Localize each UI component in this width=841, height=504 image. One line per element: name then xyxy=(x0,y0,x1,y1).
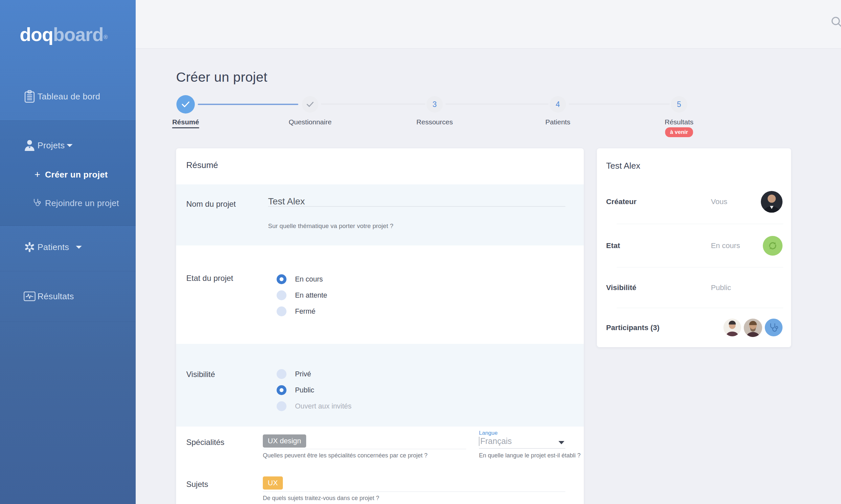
top-bar: Éric S. xyxy=(136,0,841,49)
radio-icon xyxy=(277,369,287,379)
radio-option-en-cours[interactable]: En cours xyxy=(268,274,327,284)
check-icon xyxy=(181,101,190,108)
subject-tag[interactable]: UX xyxy=(263,476,283,489)
app-logo[interactable]: doqboard® xyxy=(20,24,107,45)
step-label-ressources[interactable]: Ressources xyxy=(416,118,453,126)
sidebar: doqboard® Tableau de bord Projets + Crée… xyxy=(0,0,136,504)
summary-row-label: Visibilité xyxy=(606,284,711,292)
radio-label: Privé xyxy=(295,370,311,378)
text-cursor xyxy=(479,437,479,446)
search-icon[interactable] xyxy=(830,15,841,31)
logo-part-1: doq xyxy=(20,24,53,45)
radio-label: Ouvert aux invités xyxy=(295,402,351,411)
field-helper: En quelle langue le projet est-il établi… xyxy=(479,452,581,459)
field-helper: Sur quelle thématique va porter votre pr… xyxy=(268,222,393,230)
step-label-resultats[interactable]: Résultats xyxy=(665,118,693,126)
sidebar-item-rejoindre-un-projet[interactable]: Rejoindre un projet xyxy=(0,190,136,216)
summary-row-label: Participants (3) xyxy=(606,324,723,332)
radio-icon xyxy=(277,306,287,316)
radio-option-en-attente[interactable]: En attente xyxy=(268,290,327,300)
plus-icon: + xyxy=(34,169,40,180)
status-badge-a-venir: à venir xyxy=(665,127,693,137)
radio-icon xyxy=(277,401,287,411)
card-title: Résumé xyxy=(186,160,218,170)
sidebar-item-creer-un-projet[interactable]: + Créer un projet xyxy=(0,161,136,188)
field-label-visibilite: Visibilité xyxy=(186,370,215,379)
summary-row-label: Etat xyxy=(606,241,711,250)
radio-option-ferme[interactable]: Fermé xyxy=(268,306,327,316)
radio-icon xyxy=(277,290,287,300)
registered-mark: ® xyxy=(103,34,107,40)
field-label-etat-du-projet: Etat du projet xyxy=(186,274,233,283)
step-label-resume[interactable]: Résumé xyxy=(172,118,199,128)
radio-selected-icon xyxy=(277,274,287,284)
field-label-langue: Langue xyxy=(479,430,498,436)
creator-avatar[interactable] xyxy=(761,191,783,213)
medical-star-icon xyxy=(23,241,36,253)
clipboard-icon xyxy=(23,90,36,103)
pulse-monitor-icon xyxy=(23,291,36,302)
step-circle-patients[interactable]: 4 xyxy=(550,96,566,112)
summary-row-value: En cours xyxy=(711,241,760,250)
radio-label: En cours xyxy=(295,275,323,284)
radio-group-visibilite: Privé Public Ouvert aux invités xyxy=(268,369,351,411)
radio-option-prive[interactable]: Privé xyxy=(268,369,351,379)
radio-label: Fermé xyxy=(295,307,315,316)
summary-row-value: Vous xyxy=(711,198,760,206)
status-sync-icon[interactable] xyxy=(763,236,783,256)
step-circle-ressources[interactable]: 3 xyxy=(426,96,443,112)
step-circle-resultats[interactable]: 5 xyxy=(671,96,687,112)
check-icon xyxy=(306,102,314,107)
summary-row-etat: Etat En cours xyxy=(597,226,791,266)
sidebar-item-resultats[interactable]: Résultats xyxy=(0,283,136,309)
form-band-visibility xyxy=(176,344,584,427)
radio-label: Public xyxy=(295,386,314,394)
sidebar-item-label: Projets xyxy=(37,141,65,150)
participant-stethoscope-avatar[interactable] xyxy=(765,319,783,336)
input-underline xyxy=(268,206,565,207)
page-title: Créer un projet xyxy=(176,70,268,85)
field-helper: Quelles peuvent être les spécialités con… xyxy=(263,452,427,459)
participant-avatar[interactable] xyxy=(723,319,741,336)
specialty-tag[interactable]: UX design xyxy=(263,434,306,448)
step-number: 3 xyxy=(433,100,437,109)
language-select[interactable]: Français xyxy=(479,436,512,446)
field-label-sujets: Sujets xyxy=(186,480,208,489)
field-label-nom-du-projet: Nom du projet xyxy=(186,199,236,209)
step-number: 5 xyxy=(677,100,681,109)
language-value: Français xyxy=(480,436,512,446)
radio-option-public[interactable]: Public xyxy=(268,385,351,395)
summary-row-value: Public xyxy=(711,284,760,292)
radio-label: En attente xyxy=(295,291,327,300)
summary-row-label: Créateur xyxy=(606,198,711,206)
radio-selected-icon xyxy=(277,385,287,395)
step-number: 4 xyxy=(556,100,560,109)
sidebar-item-label: Patients xyxy=(37,242,69,252)
participants-avatar-group xyxy=(723,319,783,337)
logo-part-2: board xyxy=(53,24,103,45)
project-name-input[interactable]: Test Alex xyxy=(268,196,305,207)
radio-option-ouvert-aux-invites[interactable]: Ouvert aux invités xyxy=(268,401,351,411)
field-label-specialites: Spécialités xyxy=(186,438,224,447)
chevron-down-icon xyxy=(76,246,82,249)
participant-avatar[interactable] xyxy=(744,319,762,337)
dropdown-arrow-icon[interactable] xyxy=(559,441,564,444)
step-label-questionnaire[interactable]: Questionnaire xyxy=(289,118,332,126)
stethoscope-icon xyxy=(33,198,41,208)
sidebar-item-projets[interactable]: Projets xyxy=(0,132,136,159)
input-underline xyxy=(263,449,466,449)
step-circle-resume[interactable] xyxy=(176,95,195,113)
summary-row-participants: Participants (3) xyxy=(597,308,791,347)
sidebar-item-tableau-de-bord[interactable]: Tableau de bord xyxy=(0,83,136,110)
doctor-icon xyxy=(23,139,36,152)
sidebar-item-label: Résultats xyxy=(37,291,74,302)
chevron-down-icon xyxy=(67,144,73,147)
sidebar-item-patients[interactable]: Patients xyxy=(0,234,136,260)
sidebar-item-label: Rejoindre un projet xyxy=(45,198,119,209)
summary-row-createur: Créateur Vous xyxy=(597,182,791,221)
summary-title: Test Alex xyxy=(606,161,640,171)
step-circle-questionnaire[interactable] xyxy=(302,96,318,112)
form-band-name xyxy=(176,184,584,246)
step-label-patients[interactable]: Patients xyxy=(545,118,570,126)
input-underline xyxy=(479,448,565,449)
